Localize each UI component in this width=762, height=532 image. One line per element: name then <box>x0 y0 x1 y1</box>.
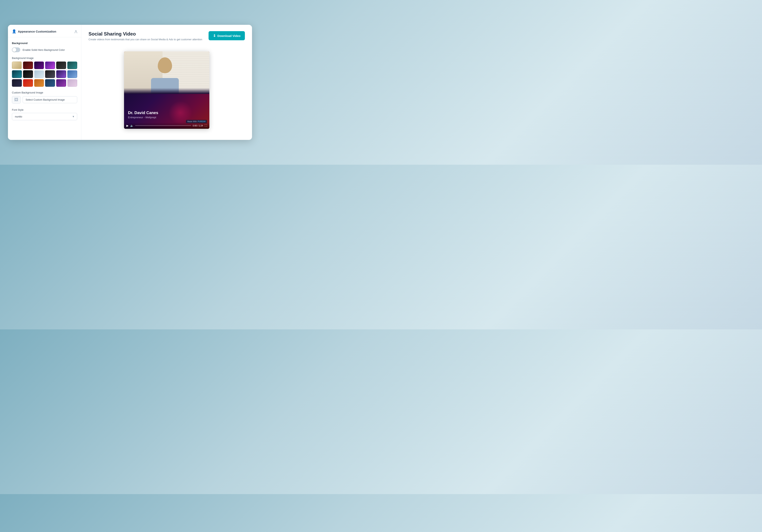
bg-swatch-2[interactable] <box>23 61 33 69</box>
person-head <box>158 57 172 73</box>
bg-swatch-13[interactable] <box>12 79 22 87</box>
main-card: 👤 Appearance Customization ⋀ Background … <box>8 25 252 140</box>
right-header: Social Sharing Video Create videos from … <box>89 31 245 41</box>
bg-swatch-5[interactable] <box>56 61 66 69</box>
bg-swatch-1[interactable] <box>12 61 22 69</box>
volume-icon[interactable]: 🔈 <box>130 124 133 127</box>
custom-bg-icon-box: 🖼 <box>12 96 21 104</box>
bg-swatch-8[interactable] <box>23 70 33 78</box>
right-header-text: Social Sharing Video Create videos from … <box>89 31 202 41</box>
video-controls: ▶ 🔈 0:00 / 1:24 ⛶ <box>124 122 209 129</box>
appearance-icon: 👤 <box>12 29 16 34</box>
page-title: Social Sharing Video <box>89 31 202 37</box>
video-wrapper: Dr. David Canes Entrepreneur - Wellprept… <box>89 46 245 134</box>
fullscreen-button[interactable]: ⛶ <box>204 124 207 127</box>
bg-swatch-9[interactable] <box>34 70 44 78</box>
bg-swatch-6[interactable] <box>67 61 77 69</box>
bg-swatch-7[interactable] <box>12 70 22 78</box>
background-section-label: Background <box>12 42 77 45</box>
font-style-label: Font Style <box>12 108 77 111</box>
video-text-content: Dr. David Canes Entrepreneur - Wellprept <box>128 111 158 119</box>
panel-header-left: 👤 Appearance Customization <box>12 29 56 34</box>
person-figure <box>147 51 183 94</box>
video-person-name: Dr. David Canes <box>128 111 158 115</box>
bg-swatch-14[interactable] <box>23 79 33 87</box>
video-top-area <box>124 51 209 94</box>
image-placeholder-icon: 🖼 <box>14 98 18 102</box>
toggle-row: Enable Solid Hero Background Color <box>12 47 77 52</box>
custom-bg-row: 🖼 Select Custom Background Image <box>12 96 77 104</box>
bg-swatch-4[interactable] <box>45 61 55 69</box>
custom-bg-label: Custom Background Image <box>12 91 77 94</box>
collapse-icon[interactable]: ⋀ <box>75 30 77 33</box>
right-panel: Social Sharing Video Create videos from … <box>81 25 252 140</box>
video-player[interactable]: Dr. David Canes Entrepreneur - Wellprept… <box>124 51 209 129</box>
panel-title: Appearance Customization <box>18 30 56 33</box>
panel-body: Background Enable Solid Hero Background … <box>8 37 81 123</box>
bg-swatch-3[interactable] <box>34 61 44 69</box>
download-btn-label: Download Video <box>217 34 241 38</box>
bg-swatch-11[interactable] <box>56 70 66 78</box>
bg-swatch-16[interactable] <box>45 79 55 87</box>
video-bottom-area: Dr. David Canes Entrepreneur - Wellprept… <box>124 94 209 129</box>
play-button[interactable]: ▶ <box>126 124 128 127</box>
bg-swatch-12[interactable] <box>67 70 77 78</box>
video-top-overlay <box>124 88 209 94</box>
page-subtitle: Create videos from testimonials that you… <box>89 38 202 41</box>
toggle-knob <box>12 48 16 52</box>
solid-bg-toggle[interactable] <box>12 47 20 52</box>
time-display: 0:00 / 1:24 <box>193 124 203 127</box>
bg-swatch-15[interactable] <box>34 79 44 87</box>
left-panel: 👤 Appearance Customization ⋀ Background … <box>8 25 81 140</box>
toggle-label: Enable Solid Hero Background Color <box>23 48 65 51</box>
download-icon: ⇓ <box>213 34 216 38</box>
font-select[interactable]: nunito inter roboto poppins lato montser… <box>12 113 77 120</box>
bg-image-grid <box>12 61 77 87</box>
bg-swatch-17[interactable] <box>56 79 66 87</box>
video-person-title: Entrepreneur - Wellprept <box>128 116 158 119</box>
panel-header: 👤 Appearance Customization ⋀ <box>8 25 81 37</box>
bg-swatch-18[interactable] <box>67 79 77 87</box>
custom-bg-button[interactable]: Select Custom Background Image <box>23 96 77 103</box>
bg-image-label: Background Image <box>12 56 77 59</box>
font-select-wrapper: nunito inter roboto poppins lato montser… <box>12 113 77 120</box>
progress-bar[interactable] <box>135 125 191 126</box>
download-video-button[interactable]: ⇓ Download Video <box>208 31 245 40</box>
bg-swatch-10[interactable] <box>45 70 55 78</box>
